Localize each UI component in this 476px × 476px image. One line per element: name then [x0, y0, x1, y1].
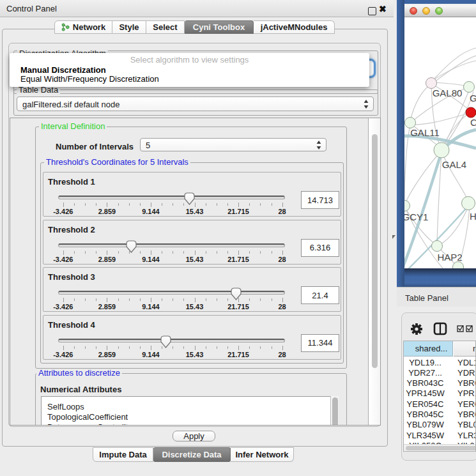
svg-text:GCY1: GCY1: [404, 211, 428, 222]
svg-text:H: H: [470, 211, 476, 222]
svg-text:HAP2: HAP2: [437, 252, 462, 263]
svg-text:C: C: [470, 117, 476, 128]
svg-text:GAL4: GAL4: [442, 159, 466, 170]
svg-text:GAL11: GAL11: [410, 127, 440, 138]
svg-text:GA: GA: [470, 93, 476, 104]
svg-text:GAL80: GAL80: [433, 88, 463, 98]
